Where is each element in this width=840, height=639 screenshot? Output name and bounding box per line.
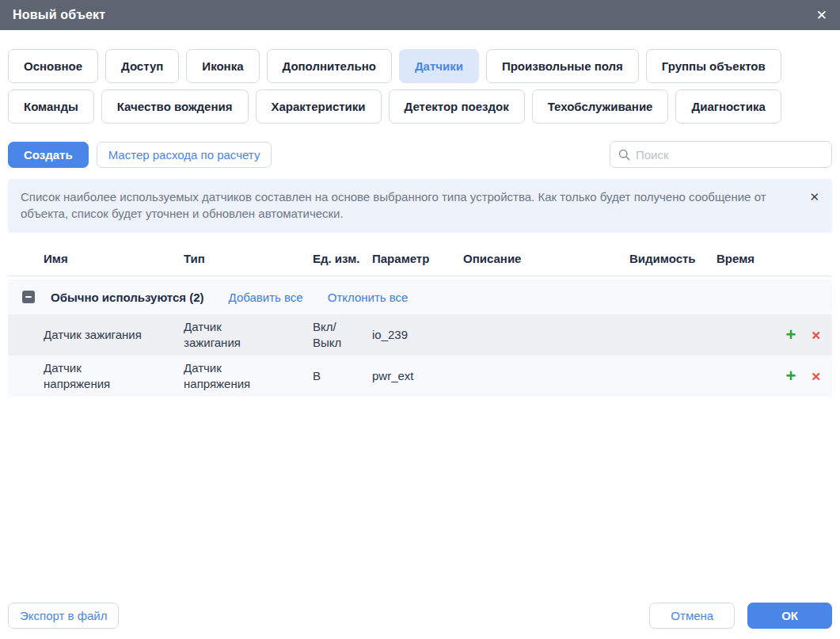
sensor-unit: В: [313, 368, 372, 384]
collapse-group-icon[interactable]: [22, 291, 35, 303]
sensor-group-title: Обычно используются (2): [51, 291, 204, 304]
add-sensor-icon[interactable]: +: [786, 367, 796, 385]
footer-actions: Отмена ОК: [649, 603, 832, 629]
sensor-group-row: Обычно используются (2) Добавить все Отк…: [8, 280, 832, 314]
tab-eco-driving[interactable]: Качество вождения: [101, 89, 249, 124]
sensor-type: Датчик зажигания: [184, 319, 313, 351]
sensor-parameter: pwr_ext: [372, 368, 463, 384]
info-banner-text: Список наиболее используемых датчиков со…: [21, 188, 809, 222]
info-banner: Список наиболее используемых датчиков со…: [8, 179, 832, 233]
create-sensor-button[interactable]: Создать: [8, 142, 89, 168]
new-unit-dialog: Новый объект ✕ Основное Доступ Иконка До…: [0, 0, 840, 639]
tab-characteristics[interactable]: Характеристики: [256, 89, 382, 124]
sensor-unit: Вкл/ Выкл: [313, 319, 372, 351]
table-row: Датчик зажигания Датчик зажигания Вкл/ В…: [8, 314, 832, 356]
dialog-title: Новый объект: [13, 8, 105, 22]
search-box[interactable]: [610, 141, 832, 168]
column-header-description: Описание: [463, 251, 629, 267]
column-header-type: Тип: [184, 251, 313, 267]
tab-advanced[interactable]: Дополнительно: [267, 49, 392, 83]
search-icon: [618, 149, 630, 161]
column-header-time: Время: [716, 251, 764, 267]
sensor-name: Датчик напряжения: [44, 360, 184, 392]
dialog-close-icon[interactable]: ✕: [816, 9, 827, 22]
banner-close-icon[interactable]: ✕: [809, 190, 819, 204]
column-header-name: Имя: [44, 251, 184, 267]
search-input[interactable]: [636, 148, 823, 162]
tab-custom-fields[interactable]: Произвольные поля: [486, 49, 639, 83]
cancel-button[interactable]: Отмена: [649, 603, 735, 629]
sensor-type: Датчик напряжения: [184, 360, 313, 392]
sensor-parameter: io_239: [372, 327, 463, 343]
tab-row-2: Команды Качество вождения Характеристики…: [0, 89, 840, 124]
sensor-name: Датчик зажигания: [44, 327, 184, 343]
add-sensor-icon[interactable]: +: [786, 326, 796, 344]
decline-all-link[interactable]: Отклонить все: [328, 291, 409, 304]
tab-sensors[interactable]: Датчики: [399, 49, 479, 83]
table-row: Датчик напряжения Датчик напряжения В pw…: [8, 356, 832, 397]
row-actions: + ✕: [786, 367, 821, 385]
fuel-wizard-button[interactable]: Мастер расхода по расчету: [97, 142, 272, 168]
sensors-toolbar: Создать Мастер расхода по расчету: [8, 141, 832, 168]
tab-trip-detector[interactable]: Детектор поездок: [389, 89, 525, 124]
export-to-file-button[interactable]: Экспорт в файл: [8, 603, 119, 629]
tab-unit-groups[interactable]: Группы объектов: [646, 49, 781, 83]
row-actions: + ✕: [786, 326, 821, 344]
ok-button[interactable]: ОК: [747, 603, 832, 629]
tab-icon[interactable]: Иконка: [186, 49, 259, 83]
tab-commands[interactable]: Команды: [8, 89, 94, 124]
tab-row-1: Основное Доступ Иконка Дополнительно Дат…: [0, 49, 840, 83]
tab-diagnostics[interactable]: Диагностика: [675, 89, 781, 124]
tab-main[interactable]: Основное: [8, 49, 98, 83]
tab-maintenance[interactable]: Техобслуживание: [532, 89, 669, 124]
dialog-footer: Экспорт в файл Отмена ОК: [8, 603, 832, 629]
sensors-table-header: Имя Тип Ед. изм. Параметр Описание Видим…: [8, 243, 832, 276]
column-header-parameter: Параметр: [372, 251, 463, 267]
tab-access[interactable]: Доступ: [105, 49, 179, 83]
column-header-visibility: Видимость: [629, 251, 716, 267]
column-header-unit: Ед. изм.: [313, 251, 372, 267]
add-all-link[interactable]: Добавить все: [229, 291, 303, 304]
remove-sensor-icon[interactable]: ✕: [811, 329, 821, 341]
dialog-titlebar: Новый объект ✕: [0, 0, 840, 30]
remove-sensor-icon[interactable]: ✕: [811, 371, 821, 382]
